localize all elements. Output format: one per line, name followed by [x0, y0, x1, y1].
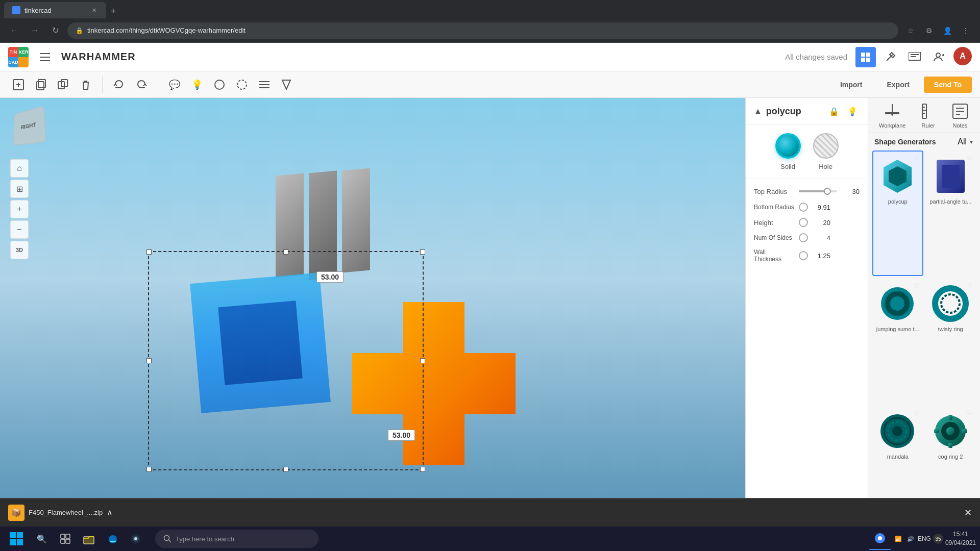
address-bar[interactable]: 🔒 tinkercad.com/things/dtkWOGVCgqe-warha…: [67, 22, 898, 39]
view-shape1-button[interactable]: [209, 74, 230, 95]
start-button[interactable]: [4, 527, 29, 551]
logo-cell-cad: CAD: [8, 57, 18, 67]
view-cube-inner[interactable]: RIGHT: [13, 106, 46, 145]
delete-button[interactable]: [76, 74, 96, 95]
shape-item-twisty-ring[interactable]: ☆ twisty ring: [925, 278, 976, 404]
taskbar-file-explorer-button[interactable]: [78, 528, 100, 550]
shape-generators-filter: All: [958, 137, 967, 146]
dimension-top: 53.00: [316, 271, 344, 283]
orange-shape[interactable]: [352, 302, 516, 465]
tab-close-button[interactable]: ✕: [90, 6, 98, 14]
num-sides-indicator[interactable]: [799, 233, 808, 242]
refresh-button[interactable]: ↻: [47, 22, 63, 39]
bookmark-button[interactable]: ☆: [902, 22, 919, 39]
download-filename: F450_Flamewheel_....zip: [29, 509, 103, 516]
taskbar-steam-button[interactable]: [125, 528, 147, 550]
tray-time[interactable]: 15:41 09/04/2021: [945, 530, 976, 547]
star-icon-2[interactable]: ☆: [966, 154, 973, 162]
properties-panel: ▲ polycup 🔒 💡 Solid Hole: [745, 98, 868, 551]
taskbar-task-view-button[interactable]: [54, 528, 77, 550]
solid-button[interactable]: Solid: [775, 133, 801, 170]
svg-rect-62: [61, 534, 65, 538]
forward-button[interactable]: →: [27, 22, 43, 39]
svg-rect-5: [861, 58, 865, 62]
tools-button[interactable]: [880, 47, 900, 67]
ruler-label: Ruler: [922, 122, 935, 129]
lock-property-button[interactable]: 🔒: [827, 104, 841, 118]
hole-button[interactable]: Hole: [813, 133, 839, 170]
info-property-button[interactable]: 💡: [845, 104, 860, 118]
back-button[interactable]: ←: [6, 22, 22, 39]
view-shape2-button[interactable]: [232, 74, 252, 95]
zoom-fit-button[interactable]: ⊞: [10, 180, 29, 198]
download-bar: 📦 F450_Flamewheel_....zip ∧ ✕: [0, 498, 980, 527]
copy-button[interactable]: [31, 74, 51, 95]
workplane-tool[interactable]: Workplane: [879, 102, 905, 129]
star-icon-3[interactable]: ☆: [914, 281, 920, 289]
top-radius-fill: [799, 190, 827, 192]
star-icon-5[interactable]: ☆: [914, 409, 920, 417]
star-icon-4[interactable]: ☆: [966, 281, 973, 289]
download-expand-button[interactable]: ∧: [107, 508, 113, 517]
duplicate-button[interactable]: [53, 74, 74, 95]
taskbar-edge-button[interactable]: [101, 528, 124, 550]
home-view-button[interactable]: ⌂: [10, 159, 29, 178]
star-icon[interactable]: ☆: [914, 154, 920, 162]
svg-point-70: [134, 537, 137, 540]
notes-tool[interactable]: Notes: [951, 102, 969, 129]
active-tab[interactable]: tinkercad ✕: [4, 2, 106, 18]
export-button[interactable]: Export: [876, 77, 919, 93]
taskbar-search-button[interactable]: 🔍: [31, 528, 53, 550]
svg-marker-25: [282, 80, 290, 89]
send-to-button[interactable]: Send To: [924, 77, 972, 93]
shape-generators-dropdown[interactable]: All ▼: [958, 137, 974, 146]
shape-generators-header: Shape Generators All ▼: [868, 133, 980, 151]
3d-canvas[interactable]: 53.00 53.00 RIGHT ⌂ ⊞ + − 3D Edit Grid S…: [0, 98, 745, 551]
top-radius-slider[interactable]: [799, 186, 837, 196]
undo-button[interactable]: [109, 74, 129, 95]
tray-network-icon[interactable]: 📶: [893, 534, 903, 544]
svg-line-72: [168, 540, 171, 542]
ruler-tool[interactable]: Ruler: [919, 102, 938, 129]
extensions-button[interactable]: ⚙: [921, 22, 937, 39]
new-tab-button[interactable]: +: [106, 4, 120, 18]
star-icon-6[interactable]: ☆: [966, 409, 973, 417]
browser-chrome: tinkercad ✕ + ← → ↻ 🔒 tinkercad.com/thin…: [0, 0, 980, 43]
profile-button[interactable]: 👤: [939, 22, 955, 39]
top-radius-thumb[interactable]: [824, 188, 831, 195]
import-button[interactable]: Import: [830, 77, 873, 93]
shape-item-polycup[interactable]: ☆ polycup: [872, 151, 923, 276]
svg-rect-0: [40, 53, 50, 54]
shape-item-jumping-sumo[interactable]: ☆ jumping sumo t...: [872, 278, 923, 404]
zoom-in-button[interactable]: +: [10, 200, 29, 218]
view-controls: ⌂ ⊞ + − 3D: [10, 159, 29, 259]
new-shape-button[interactable]: [8, 74, 29, 95]
bottom-radius-indicator[interactable]: [799, 203, 808, 212]
mirror-button[interactable]: [277, 74, 297, 95]
menu-button[interactable]: ⋮: [958, 22, 974, 39]
zoom-out-button[interactable]: −: [10, 220, 29, 239]
community-button[interactable]: [904, 47, 925, 67]
tray-language[interactable]: ENG: [918, 535, 931, 542]
view-cube[interactable]: RIGHT: [10, 108, 51, 149]
view-3d-button[interactable]: 3D: [10, 241, 29, 259]
redo-button[interactable]: [131, 74, 152, 95]
view-comment-button[interactable]: 💬: [164, 74, 185, 95]
profile-avatar[interactable]: A: [953, 47, 972, 65]
grid-view-button[interactable]: [855, 47, 876, 67]
svg-point-74: [878, 536, 882, 540]
view-lightbulb-button[interactable]: 💡: [187, 74, 207, 95]
tinkercad-logo[interactable]: TIN KER CAD: [8, 47, 29, 67]
taskbar-search-bar[interactable]: Type here to search: [155, 530, 318, 548]
taskbar-chrome-button[interactable]: [869, 528, 891, 550]
wall-thickness-indicator[interactable]: [799, 251, 808, 260]
height-indicator[interactable]: [799, 218, 808, 227]
app-menu-button[interactable]: [37, 49, 53, 65]
align-button[interactable]: [254, 74, 275, 95]
shape-item-partial-angle-tube[interactable]: ☆ partial-: [925, 151, 976, 276]
tray-sound-icon[interactable]: 🔊: [905, 534, 916, 544]
download-close-button[interactable]: ✕: [964, 507, 972, 518]
collapse-button[interactable]: ▲: [754, 107, 762, 116]
add-user-button[interactable]: [929, 47, 949, 67]
svg-rect-30: [922, 104, 926, 118]
